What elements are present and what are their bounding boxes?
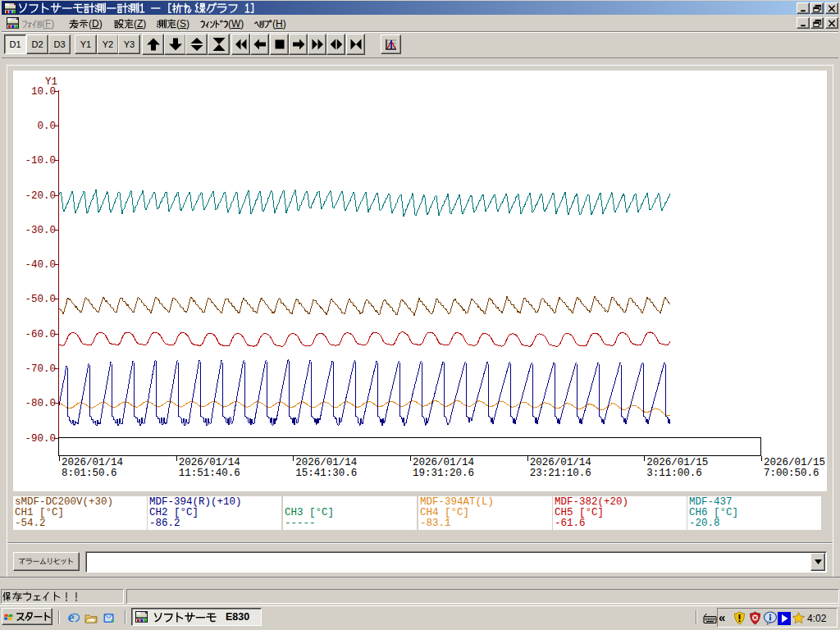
svg-text:-30.0: -30.0 bbox=[25, 225, 56, 236]
svg-text:Y1: Y1 bbox=[45, 76, 57, 88]
svg-text:0.0: 0.0 bbox=[37, 121, 56, 132]
svg-text:2026/01/14: 2026/01/14 bbox=[62, 457, 123, 468]
svg-text:23:21:10.6: 23:21:10.6 bbox=[530, 468, 591, 479]
svg-text:3:11:00.6: 3:11:00.6 bbox=[646, 468, 702, 479]
svg-text:-20.0: -20.0 bbox=[25, 190, 56, 202]
svg-text:8:01:50.6: 8:01:50.6 bbox=[62, 468, 117, 479]
svg-text:-50.0: -50.0 bbox=[25, 294, 56, 305]
svg-text:2026/01/14: 2026/01/14 bbox=[413, 457, 474, 468]
svg-text:11:51:40.6: 11:51:40.6 bbox=[179, 468, 240, 479]
svg-text:2026/01/14: 2026/01/14 bbox=[295, 457, 357, 468]
svg-text:2026/01/15: 2026/01/15 bbox=[764, 457, 825, 468]
svg-text:-40.0: -40.0 bbox=[25, 259, 56, 271]
svg-text:-90.0: -90.0 bbox=[25, 433, 56, 445]
svg-text:15:41:30.6: 15:41:30.6 bbox=[295, 468, 357, 479]
svg-text:7:00:50.6: 7:00:50.6 bbox=[764, 468, 819, 479]
svg-text:2026/01/15: 2026/01/15 bbox=[646, 457, 708, 468]
svg-text:2026/01/14: 2026/01/14 bbox=[179, 457, 240, 468]
svg-text:2026/01/14: 2026/01/14 bbox=[530, 457, 591, 468]
svg-text:-10.0: -10.0 bbox=[25, 155, 56, 167]
svg-text:19:31:20.6: 19:31:20.6 bbox=[413, 468, 474, 479]
svg-text:-80.0: -80.0 bbox=[25, 398, 56, 409]
svg-text:-70.0: -70.0 bbox=[25, 363, 56, 375]
svg-text:-60.0: -60.0 bbox=[25, 329, 56, 340]
